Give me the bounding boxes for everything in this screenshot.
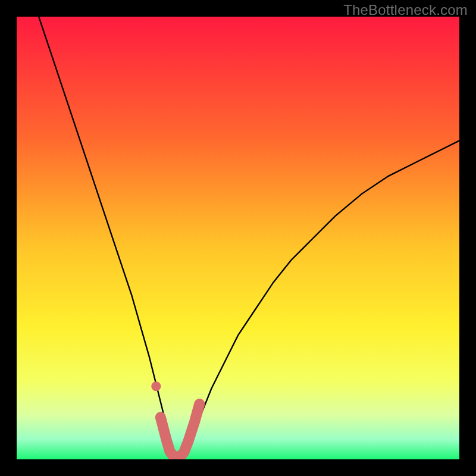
- watermark-label: TheBottleneck.com: [343, 2, 468, 18]
- chart-outer-frame: TheBottleneck.com: [0, 0, 476, 476]
- trough-marker-dot: [151, 381, 161, 391]
- gradient-background: [17, 17, 459, 459]
- plot-frame: [17, 17, 459, 459]
- bottleneck-plot-svg: [17, 17, 459, 459]
